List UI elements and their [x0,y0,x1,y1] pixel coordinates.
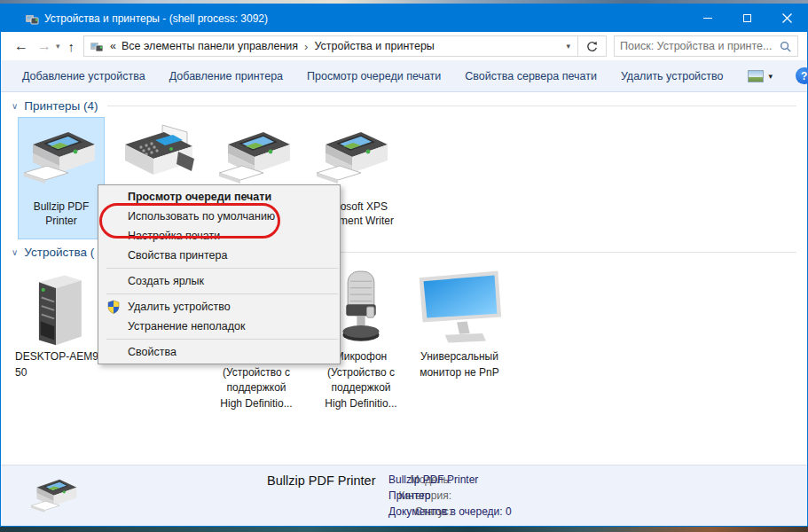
tile-label-line: монитор не PnP [409,365,510,381]
devices-group-label: Устройства ( [24,246,94,259]
address-bar[interactable]: « Все элементы панели управления › Устро… [83,35,607,57]
menu-item-troubleshoot[interactable]: Устранение неполадок [98,317,340,336]
command-bar: Добавление устройства Добавление принтер… [1,60,807,92]
menu-item-properties[interactable]: Свойства [98,342,340,362]
device-tile-desktop[interactable]: DESKTOP-AEM9 50 [13,266,102,417]
toolbar-add-device[interactable]: Добавление устройства [22,70,145,82]
tile-label-line: поддержкой [317,380,405,396]
menu-separator [106,339,338,340]
printer-tile-bullzip[interactable]: Bullzip PDF Printer [19,118,104,239]
menu-separator [106,268,338,269]
menu-item-view-print-queue[interactable]: Просмотр очереди печати [98,187,340,207]
tile-label-line: Printer [19,214,104,228]
collapse-chevron-icon[interactable]: ∨ [12,101,18,111]
menu-item-remove-device[interactable]: Удалить устройство [98,297,340,317]
uac-shield-icon [106,300,121,314]
printers-group-header[interactable]: ∨ Принтеры (4) [12,99,796,113]
menu-item-create-shortcut[interactable]: Создать ярлык [98,271,340,291]
refresh-button[interactable] [577,36,606,56]
search-icon[interactable] [779,40,792,53]
view-dropdown-icon: ▾ [769,72,773,81]
search-box[interactable] [614,35,798,57]
help-button[interactable]: ? [796,67,808,84]
toolbar-view-print-queue[interactable]: Просмотр очереди печати [307,70,441,82]
tile-label-line: High Definitio... [317,396,405,412]
tile-label-line: DESKTOP-AEM9 [15,349,102,365]
printers-group-label: Принтеры (4) [24,99,98,113]
tile-label-line: High Definitio... [212,396,301,412]
breadcrumb-control-panel[interactable]: Все элементы панели управления [119,40,301,52]
app-icon [25,12,39,26]
recent-pages-dropdown[interactable]: ▾ [56,42,63,51]
title-bar[interactable]: Устройства и принтеры - (shell process: … [1,4,807,32]
search-input[interactable] [620,40,779,52]
tile-label-line: (Устройство с [317,365,405,381]
group-rule [107,106,796,106]
breadcrumb-separator-icon[interactable]: › [301,40,311,53]
monitor-icon [412,269,506,347]
minimize-button[interactable] [687,4,727,32]
toolbar-print-server-properties[interactable]: Свойства сервера печати [465,70,597,82]
printer-icon [19,121,104,196]
details-pane: Bullzip PDF Printer Модель: Bullzip PDF … [1,465,807,526]
details-value-status: Документов в очереди: 0 [388,505,512,518]
computer-tower-icon [17,267,98,348]
details-value-model: Bullzip PDF Printer [388,473,478,486]
menu-separator [106,293,338,294]
breadcrumb-current[interactable]: Устройства и принтеры [311,40,436,52]
details-value-category: Принтер [388,489,430,502]
menu-item-printer-properties[interactable]: Свойства принтера [98,246,340,265]
printer-icon [27,473,82,520]
refresh-icon [585,40,599,53]
tile-label-line: поддержкой [212,380,301,396]
tile-label-line: Универсальный [409,349,510,365]
menu-item-set-as-default[interactable]: Использовать по умолчанию [98,207,340,226]
desktop-wallpaper: Устройства и принтеры - (shell process: … [0,0,808,532]
location-icon [90,39,104,53]
tile-label-line: 50 [15,365,102,381]
close-icon [782,13,792,23]
forward-button[interactable]: → [33,37,56,55]
tile-label-line: (Устройство с [212,365,301,381]
menu-item-label: Удалить устройство [128,301,231,313]
address-dropdown-icon[interactable]: ▾ [559,42,577,51]
toolbar-add-printer[interactable]: Добавление принтера [169,70,283,82]
navigation-bar: ← → ▾ ↑ « Все элементы панели управления… [1,32,807,60]
desktop-wallpaper-strip [0,526,808,532]
up-button[interactable]: ↑ [63,37,81,56]
collapse-chevron-icon[interactable]: ∨ [12,247,18,257]
view-thumbnail-icon [748,70,764,82]
device-tile-monitor[interactable]: Универсальный монитор не PnP [409,266,510,417]
toolbar-remove-device[interactable]: Удалить устройство [621,70,724,82]
window-title: Устройства и принтеры - (shell process: … [44,12,268,25]
view-options-button[interactable]: ▾ [748,70,773,82]
printer-context-menu: Просмотр очереди печати Использовать по … [98,184,341,364]
back-button[interactable]: ← [10,37,33,55]
maximize-icon [743,14,751,22]
close-button[interactable] [767,4,807,32]
tile-label-line: Bullzip PDF [19,200,104,214]
minimize-icon [703,18,712,19]
breadcrumb-collapsed[interactable]: « [107,40,119,52]
menu-item-printing-preferences[interactable]: Настройка печати [98,226,340,246]
maximize-button[interactable] [727,4,767,32]
